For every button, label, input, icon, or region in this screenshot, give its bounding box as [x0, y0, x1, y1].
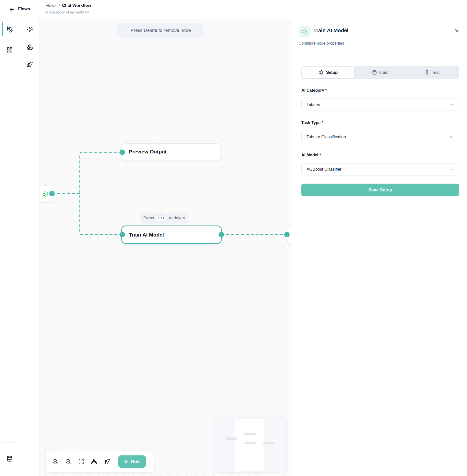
canvas-toolbar: Run	[46, 451, 154, 472]
palette-item-models[interactable]	[24, 42, 35, 53]
header-divider	[41, 3, 41, 16]
connection-edges	[40, 19, 292, 476]
tab-test[interactable]: Test	[406, 67, 458, 78]
close-icon	[454, 28, 459, 33]
zoom-out-button[interactable]	[52, 458, 58, 465]
handle-train-in[interactable]	[119, 232, 125, 237]
sidebar-item-data[interactable]	[4, 453, 15, 464]
fit-view-button[interactable]	[78, 458, 84, 465]
minimap-viewport[interactable]	[235, 419, 264, 471]
sparkles-plus-icon	[27, 26, 33, 33]
task-type-value: Tabular Classification	[307, 134, 346, 139]
sidebar-item-editor[interactable]	[4, 24, 15, 35]
chevron-down-icon	[449, 167, 454, 172]
tab-setup[interactable]: Setup	[302, 67, 354, 78]
zoom-in-button[interactable]	[65, 458, 71, 465]
gear-icon	[302, 29, 308, 34]
press-del-prefix: Press	[143, 216, 154, 221]
layout-tree-icon	[91, 459, 97, 464]
panel-subtitle: Configure node properties	[299, 41, 344, 46]
ai-category-label: AI Category *	[301, 88, 327, 93]
zoom-in-icon	[65, 459, 71, 464]
handle-train-out[interactable]	[219, 232, 224, 237]
del-key: Del	[156, 215, 167, 221]
tab-label: Input	[379, 70, 389, 75]
deploy-button[interactable]	[104, 458, 110, 465]
node-label: Preview Output	[129, 149, 167, 155]
node-train-ai-model[interactable]: Train AI Model	[121, 225, 222, 244]
breadcrumb-current: Chat Workflow	[62, 3, 91, 8]
arrow-left-icon	[9, 7, 15, 13]
workflow-description: A description of my workflow	[46, 10, 89, 14]
database-icon	[7, 456, 13, 462]
sidebar-item-dashboard[interactable]	[4, 44, 15, 55]
panel-tabs: Setup Input Test	[301, 66, 459, 79]
pen-tool-icon	[6, 26, 13, 33]
primary-sidebar	[0, 19, 19, 476]
breadcrumb: Flows / Chat Workflow	[46, 3, 91, 8]
gear-icon	[42, 190, 49, 197]
panel-node-icon-box	[299, 26, 311, 37]
test-tube-icon	[425, 70, 429, 75]
ai-model-value: XGBoost Classifier	[307, 167, 342, 172]
close-panel-button[interactable]	[453, 27, 460, 34]
top-header: Flows Flows / Chat Workflow A descriptio…	[0, 0, 467, 19]
app-title: Flows	[18, 7, 30, 12]
flow-builder-app: Flows Flows / Chat Workflow A descriptio…	[0, 0, 467, 476]
handle-partial-in[interactable]	[284, 232, 290, 237]
panel-title: Train AI Model	[313, 27, 349, 33]
ai-model-select[interactable]: XGBoost Classifier	[301, 163, 459, 175]
palette-item-ai[interactable]	[24, 24, 35, 35]
chevron-down-icon	[449, 135, 454, 139]
ai-category-value: Tabular	[307, 102, 320, 107]
properties-panel: Train AI Model Configure node properties…	[292, 19, 467, 476]
database-icon	[372, 70, 377, 75]
boxes-icon	[27, 44, 33, 50]
fit-view-icon	[78, 459, 84, 464]
sidebar-divider	[2, 442, 16, 443]
minimap-node	[226, 437, 237, 440]
minimap-node	[263, 442, 274, 444]
minimap[interactable]	[213, 417, 287, 472]
tab-input[interactable]: Input	[354, 67, 406, 78]
ai-category-select[interactable]: Tabular	[301, 99, 459, 111]
run-button[interactable]: Run	[118, 455, 146, 468]
ai-model-label: AI Model *	[301, 153, 321, 157]
run-label: Run	[131, 459, 140, 464]
zoom-out-icon	[52, 459, 58, 464]
auto-layout-button[interactable]	[91, 458, 97, 465]
task-type-select[interactable]: Tabular Classification	[301, 131, 459, 143]
handle-settings-out[interactable]	[49, 191, 55, 196]
dashboard-icon	[7, 47, 13, 53]
back-button[interactable]	[8, 6, 15, 13]
task-type-label: Task Type *	[301, 120, 323, 125]
play-icon	[124, 460, 129, 464]
gear-icon	[319, 70, 324, 75]
minimap-node	[245, 442, 256, 444]
panel-divider	[292, 52, 467, 52]
palette-item-deploy[interactable]	[24, 59, 35, 70]
delete-hint-tooltip: Press Delete to remove node	[118, 23, 203, 38]
rocket-icon	[27, 62, 33, 68]
chevron-down-icon	[449, 103, 454, 107]
tab-label: Setup	[326, 70, 338, 75]
delete-hint-text: Press Delete to remove node	[130, 28, 191, 33]
node-preview-output[interactable]: Preview Output	[121, 143, 221, 160]
handle-preview-output-in[interactable]	[119, 149, 125, 155]
rocket-icon	[104, 459, 110, 464]
breadcrumb-flows[interactable]: Flows	[46, 3, 56, 8]
save-setup-button[interactable]: Save Setup	[301, 184, 459, 196]
press-del-suffix: to delete	[169, 216, 185, 221]
tab-label: Test	[432, 70, 440, 75]
breadcrumb-separator: /	[59, 3, 60, 8]
minimap-node	[245, 433, 256, 435]
flow-canvas[interactable]: Press Delete to remove node Preview Outp…	[40, 19, 292, 476]
node-palette-sidebar	[19, 19, 40, 476]
active-indicator	[2, 22, 3, 36]
node-label: Train AI Model	[129, 232, 164, 238]
press-del-tooltip: Press Del to delete	[140, 213, 188, 224]
